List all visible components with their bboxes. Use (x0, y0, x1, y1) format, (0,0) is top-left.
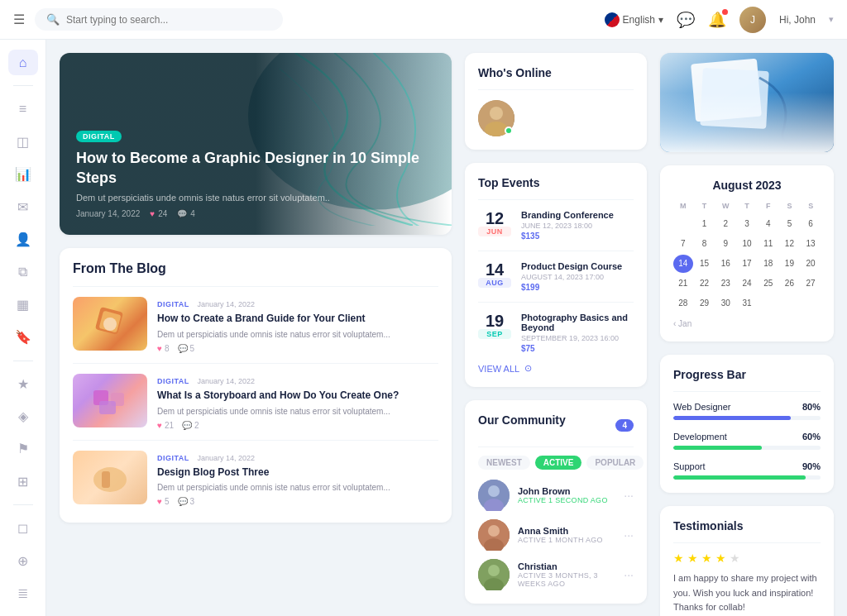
progress-label-row: Web Designer 80% (673, 402, 821, 412)
whos-online-card: Who's Online (465, 53, 647, 150)
blog-section: From The Blog DIGITAL (60, 248, 452, 523)
search-icon: 🔍 (46, 13, 60, 26)
cal-day[interactable]: 22 (695, 275, 715, 293)
sidebar-item-bag[interactable]: ◻ (8, 515, 38, 541)
cal-day[interactable]: 18 (758, 255, 778, 273)
sidebar-item-layers[interactable]: ⧉ (8, 259, 38, 284)
hero-content: DIGITAL How to Become a Graphic Designer… (76, 129, 435, 218)
sidebar-item-users[interactable]: 👤 (8, 227, 38, 252)
blog-thumbnail[interactable] (73, 451, 147, 504)
cal-day[interactable]: 25 (758, 275, 778, 293)
event-month: JUN (478, 227, 511, 236)
cal-day[interactable]: 28 (673, 294, 693, 313)
blog-reactions: ♥ 5 💬 3 (157, 497, 438, 506)
calendar-prev-button[interactable]: ‹ Jan (673, 319, 691, 328)
cal-day[interactable]: 12 (780, 235, 800, 253)
event-name[interactable]: Photography Basics and Beyond (521, 313, 634, 332)
sidebar-divider-3 (13, 504, 33, 505)
blog-date: January 14, 2022 (197, 377, 255, 385)
blog-title[interactable]: How to Create a Brand Guide for Your Cli… (157, 312, 438, 326)
day-label-f: F (758, 200, 778, 212)
blog-title[interactable]: Design Blog Post Three (157, 466, 438, 480)
cal-day[interactable]: 31 (737, 294, 757, 313)
filter-newest[interactable]: NEWEST (478, 456, 530, 470)
cal-day[interactable]: 15 (695, 255, 715, 273)
cal-day[interactable]: 30 (715, 294, 735, 313)
comment-icon: 💬 (177, 209, 187, 218)
cal-day[interactable]: 24 (737, 275, 757, 293)
sidebar-item-tag[interactable]: ◈ (8, 404, 38, 429)
view-all-button[interactable]: VIEW ALL ⊙ (478, 363, 634, 374)
blog-thumbnail[interactable] (73, 374, 147, 427)
sidebar-item-grid[interactable]: ⊞ (8, 469, 38, 494)
cal-day[interactable]: 1 (695, 215, 715, 233)
cal-day[interactable]: 13 (801, 235, 821, 253)
online-user-avatar[interactable] (478, 100, 514, 136)
online-indicator (505, 127, 513, 135)
sidebar-item-bookmark[interactable]: 🔖 (8, 324, 38, 350)
hero-badge: DIGITAL (76, 131, 122, 142)
notification-dot (722, 9, 728, 15)
sidebar-item-orders[interactable]: ◫ (8, 129, 38, 155)
sidebar-item-calendar[interactable]: ▦ (8, 292, 38, 318)
notification-bell[interactable]: 🔔 (708, 11, 726, 29)
language-selector[interactable]: English ▾ (605, 12, 663, 27)
blog-thumbnail[interactable] (73, 297, 147, 351)
search-bar[interactable]: 🔍 (35, 8, 283, 31)
cal-day[interactable]: 8 (695, 235, 715, 253)
filter-active[interactable]: ACTIVE (535, 456, 582, 470)
sidebar-item-list[interactable]: ≣ (8, 580, 38, 606)
filter-popular[interactable]: POPULAR (586, 456, 644, 470)
cal-day[interactable]: 9 (715, 235, 735, 253)
sidebar-item-star[interactable]: ★ (8, 370, 38, 396)
menu-icon[interactable]: ☰ (13, 12, 25, 27)
member-status: ACTIVE 3 MONTHS, 3 WEEKS AGO (518, 571, 615, 588)
chat-icon[interactable]: 💬 (677, 11, 695, 29)
sidebar-item-mail[interactable]: ✉ (8, 194, 38, 220)
event-name[interactable]: Branding Conference (521, 210, 634, 220)
comment-icon: 💬 (182, 421, 192, 430)
progress-label: Development (673, 432, 727, 442)
day-label-m: M (673, 200, 693, 212)
cal-day[interactable]: 7 (673, 235, 693, 253)
thumb-art-2 (73, 374, 147, 427)
member-info: John Brown ACTIVE 1 SECOND AGO (518, 486, 615, 504)
sidebar-item-chart[interactable]: 📊 (8, 161, 38, 187)
blog-excerpt: Dem ut perspiciatis unde omnis iste natu… (157, 405, 438, 418)
cal-day[interactable]: 11 (758, 235, 778, 253)
sidebar-item-home[interactable]: ⌂ (8, 50, 38, 75)
search-input[interactable] (66, 14, 271, 26)
list-item: John Brown ACTIVE 1 SECOND AGO ··· (478, 480, 634, 511)
user-menu-chevron[interactable]: ▾ (829, 14, 834, 25)
cal-day[interactable]: 26 (780, 275, 800, 293)
cal-day[interactable]: 20 (801, 255, 821, 273)
testimonials-card: Testimonials ★ ★ ★ ★ ★ I am happy to sha… (660, 506, 834, 616)
cal-day[interactable]: 16 (715, 255, 735, 273)
community-card: Our Community 4 NEWEST ACTIVE POPULAR (465, 400, 647, 604)
cal-day[interactable]: 2 (715, 215, 735, 233)
cal-day[interactable]: 17 (737, 255, 757, 273)
cal-day[interactable]: 4 (758, 215, 778, 233)
cal-day[interactable]: 21 (673, 275, 693, 293)
member-info: Christian ACTIVE 3 MONTHS, 3 WEEKS AGO (518, 561, 615, 588)
cal-day[interactable]: 10 (737, 235, 757, 253)
cal-day[interactable]: 23 (715, 275, 735, 293)
event-name[interactable]: Product Design Course (521, 261, 634, 271)
blog-title[interactable]: What Is a Storyboard and How Do You Crea… (157, 389, 438, 403)
cal-day[interactable]: 19 (780, 255, 800, 273)
cal-day[interactable]: 29 (695, 294, 715, 313)
cal-day[interactable]: 27 (801, 275, 821, 293)
cal-day[interactable]: 6 (801, 215, 821, 233)
sidebar-item-settings[interactable]: ⊕ (8, 547, 38, 573)
member-options-icon[interactable]: ··· (624, 568, 634, 581)
sidebar-item-flag[interactable]: ⚑ (8, 436, 38, 461)
progress-item-webdesigner: Web Designer 80% (673, 402, 821, 420)
member-options-icon[interactable]: ··· (624, 528, 634, 542)
progress-bar-fill (673, 475, 806, 480)
cal-day-today[interactable]: 14 (673, 255, 693, 273)
cal-day[interactable]: 3 (737, 215, 757, 233)
event-time: SEPTEMBER 19, 2023 16:00 (521, 334, 634, 342)
cal-day[interactable]: 5 (780, 215, 800, 233)
sidebar-item-analytics[interactable]: ≡ (8, 96, 38, 122)
member-options-icon[interactable]: ··· (624, 489, 634, 502)
